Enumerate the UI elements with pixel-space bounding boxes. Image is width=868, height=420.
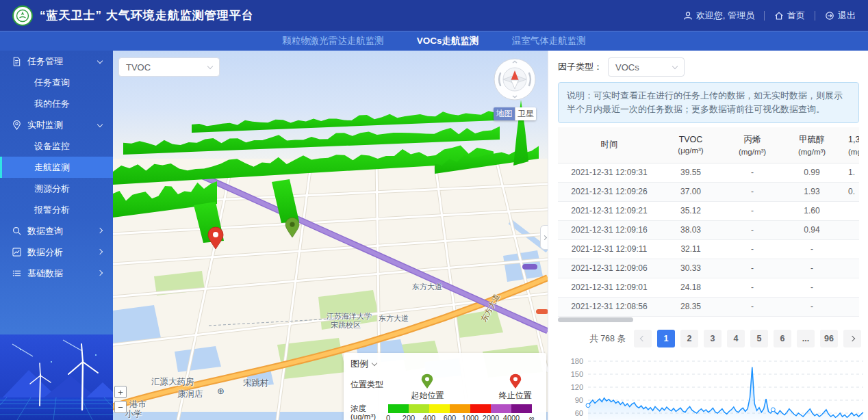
sidebar-item[interactable]: 报警分析 — [0, 199, 113, 220]
sidebar-group-item[interactable]: 任务管理 — [0, 51, 113, 72]
table-row: 2021-12-31 12:09:1132.11-- — [558, 239, 859, 259]
welcome-text: 欢迎您, 管理员 — [696, 10, 754, 22]
legend-panel: 图例 位置类型 起始位置 终止位置 浓度 (ug/m³) — [344, 353, 546, 420]
table-cell: 2021-12-31 12:09:26 — [558, 182, 661, 201]
scale-segment — [429, 404, 450, 413]
trend-chart: 1801501209060 — [548, 349, 868, 420]
panel-collapse-handle[interactable] — [540, 225, 548, 250]
page-button[interactable]: 6 — [774, 330, 791, 347]
map-place-label: 宋跳校区 — [331, 320, 361, 330]
scrollbar-thumb[interactable] — [558, 317, 633, 322]
column-header: 丙烯(mg/m³) — [721, 127, 784, 163]
sidebar-group-item[interactable]: 基础数据 — [0, 263, 113, 284]
table-cell: 30.33 — [661, 259, 721, 278]
map-place-label: 小学 — [125, 408, 142, 420]
table-cell: 0. — [840, 182, 859, 201]
sidebar-group-item[interactable]: 数据查询 — [0, 220, 113, 241]
table-cell: 2021-12-31 12:09:01 — [558, 278, 661, 297]
table-cell — [840, 239, 859, 259]
zoom-out-button[interactable]: − — [114, 401, 127, 413]
table-cell: 1. — [840, 163, 859, 182]
data-table: 时间TVOC(μg/m³)丙烯(mg/m³)甲硫醇(mg/m³)1,3-丁(mg… — [558, 127, 859, 317]
layer-satellite-button[interactable]: 卫星 — [515, 107, 536, 120]
scale-tick-label: 4000 — [503, 414, 520, 420]
factor-type-label: 因子类型： — [558, 61, 602, 73]
sidebar-item[interactable]: 我的任务 — [0, 93, 113, 114]
factor-type-select[interactable]: VOCs — [608, 57, 685, 77]
legend-header[interactable]: 图例 — [350, 358, 539, 370]
pollutant-select[interactable]: TVOC — [118, 57, 220, 77]
sidebar-item[interactable]: 任务查询 — [0, 72, 113, 93]
map-place-label: ⊕ — [217, 386, 225, 396]
road-shield-orange — [536, 309, 548, 314]
sidebar-group-label: 实时监测 — [27, 119, 63, 131]
sidebar-item[interactable]: 溯源分析 — [0, 178, 113, 199]
table-cell: 38.03 — [661, 220, 721, 239]
table-cell: - — [721, 182, 784, 201]
chevron-right-icon — [97, 228, 103, 233]
sidebar-decoration-image — [0, 334, 113, 420]
table-cell: 2021-12-31 12:09:31 — [558, 163, 661, 182]
start-position-legend: 起始位置 — [403, 373, 451, 402]
table-cell: - — [721, 278, 784, 297]
sidebar-group-item[interactable]: 数据分析 — [0, 241, 113, 263]
table-row: 2021-12-31 12:08:5628.35-- — [558, 297, 859, 316]
document-icon — [12, 57, 21, 66]
page-ellipsis[interactable]: ... — [797, 330, 815, 347]
sidebar-item-active[interactable]: 走航监测 — [0, 157, 113, 178]
table-cell: 2021-12-31 12:09:06 — [558, 259, 661, 278]
sidebar-group-label: 数据查询 — [27, 225, 63, 237]
divider — [815, 11, 815, 21]
page-button[interactable]: 2 — [680, 330, 698, 347]
table-row: 2021-12-31 12:09:2135.12-1.60 — [558, 201, 859, 220]
chevron-down-icon — [672, 63, 678, 68]
sidebar-group-item[interactable]: 实时监测 — [0, 114, 113, 135]
table-cell: - — [721, 201, 784, 220]
page-button[interactable]: 3 — [704, 330, 722, 347]
layer-map-button[interactable]: 地图 — [494, 107, 515, 120]
map-area[interactable]: 江苏海洋大学宋跳校区东方大道东方大道东方大道宋跳村汇源大药房康润店⊕港市小学 T… — [113, 51, 548, 420]
sidebar-nav: 任务管理任务查询我的任务实时监测设备监控走航监测溯源分析报警分析数据查询数据分析… — [0, 51, 113, 420]
column-header: 1,3-丁(mg/ — [840, 127, 859, 163]
chevron-down-icon — [372, 360, 377, 366]
prev-page-button[interactable] — [634, 330, 652, 347]
column-header: TVOC(μg/m³) — [661, 127, 721, 163]
tab-module[interactable]: 温室气体走航监测 — [512, 35, 586, 47]
map-place-label: 东方大道 — [412, 282, 442, 292]
logout-button[interactable]: 退出 — [825, 10, 856, 22]
factor-type-value: VOCs — [615, 62, 639, 73]
table-cell: - — [784, 297, 840, 316]
page-button[interactable]: 4 — [727, 330, 745, 347]
concentration-scale: 0200400600100020004000∞ — [388, 404, 539, 420]
table-cell: 39.55 — [661, 163, 721, 182]
end-pin-icon — [509, 373, 522, 389]
sidebar-item[interactable]: 设备监控 — [0, 135, 113, 157]
page-button[interactable]: 1 — [657, 330, 675, 347]
table-row: 2021-12-31 12:09:3139.55-0.991. — [558, 163, 859, 182]
chevron-right-icon — [97, 249, 103, 254]
table-row: 2021-12-31 12:09:1638.03-0.94 — [558, 220, 859, 239]
table-cell: - — [721, 163, 784, 182]
next-page-button[interactable] — [843, 330, 861, 347]
tab-module[interactable]: 颗粒物激光雷达走航监测 — [282, 35, 384, 47]
zoom-in-button[interactable]: + — [114, 386, 127, 398]
scale-segment — [470, 404, 491, 413]
page-button[interactable]: 96 — [820, 330, 838, 347]
chart-icon — [12, 248, 21, 257]
home-button[interactable]: 首页 — [774, 10, 805, 22]
svg-text:60: 60 — [575, 409, 583, 417]
org-logo — [12, 5, 33, 26]
table-cell — [840, 259, 859, 278]
map-compass-control[interactable] — [493, 57, 537, 101]
scale-segment — [388, 404, 409, 413]
position-type-label: 位置类型 — [350, 373, 384, 402]
chevron-down-icon — [97, 122, 103, 127]
table-cell: - — [784, 278, 840, 297]
app-header: “蓝天卫士” 大气环境走航监测管理平台 欢迎您, 管理员 首页 退出 — [0, 0, 868, 31]
table-cell: 2021-12-31 12:09:21 — [558, 201, 661, 220]
table-cell: - — [721, 220, 784, 239]
list-icon — [12, 269, 21, 278]
page-button[interactable]: 5 — [750, 330, 768, 347]
tab-active[interactable]: VOCs走航监测 — [417, 35, 479, 47]
user-menu[interactable]: 欢迎您, 管理员 — [683, 10, 754, 22]
